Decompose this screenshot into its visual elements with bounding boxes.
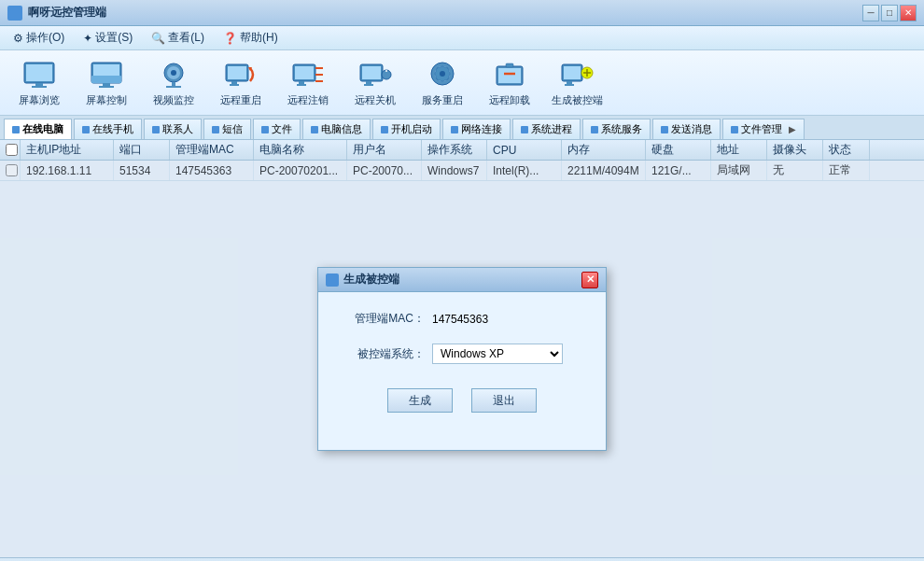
toolbar-remote-shutdown[interactable]: 远程关机 — [343, 55, 407, 111]
settings-icon: ✦ — [83, 32, 92, 45]
tab-network[interactable]: 网络连接 — [442, 119, 511, 139]
col-mac: 管理端MAC — [170, 140, 254, 160]
tab-dot — [212, 126, 219, 133]
tab-dot — [12, 126, 20, 133]
tab-dot — [451, 126, 458, 133]
svg-rect-13 — [166, 86, 181, 88]
screen-browse-label: 屏幕浏览 — [19, 93, 60, 107]
video-icon — [157, 59, 190, 91]
svg-rect-3 — [32, 86, 47, 88]
mac-value: 147545363 — [432, 313, 488, 326]
mac-label: 管理端MAC： — [341, 311, 425, 327]
tab-dot — [152, 126, 160, 133]
screen-control-label: 屏幕控制 — [86, 93, 127, 107]
column-headers: 主机IP地址 端口 管理端MAC 电脑名称 用户名 操作系统 CPU 内存 硬盘… — [0, 140, 924, 161]
tab-startup[interactable]: 开机启动 — [372, 119, 441, 139]
tab-arrow: ▶ — [789, 124, 796, 134]
svg-rect-12 — [172, 82, 175, 86]
window-controls: ─ □ ✕ — [862, 5, 917, 21]
svg-point-11 — [171, 70, 176, 76]
system-row: 被控端系统： Windows XP Windows Vista Windows … — [341, 344, 583, 364]
exit-button[interactable]: 退出 — [471, 388, 537, 413]
toolbar-remote-restart[interactable]: 远程重启 — [209, 55, 273, 111]
col-user: 用户名 — [347, 140, 422, 160]
tab-processes[interactable]: 系统进程 — [512, 119, 581, 139]
select-all-checkbox[interactable] — [6, 144, 18, 156]
svg-rect-28 — [366, 81, 371, 84]
view-icon: 🔍 — [151, 32, 165, 45]
menu-settings[interactable]: ✦ 设置(S) — [74, 28, 142, 49]
tab-contacts[interactable]: 联系人 — [144, 119, 202, 139]
modal-close-button[interactable]: ✕ — [581, 272, 598, 288]
tab-online-phone[interactable]: 在线手机 — [74, 119, 142, 139]
menu-help[interactable]: ❓ 帮助(H) — [214, 28, 287, 49]
toolbar-video[interactable]: 视频监控 — [142, 55, 205, 111]
modal-title-bar: 生成被控端 ✕ — [318, 268, 606, 292]
svg-rect-15 — [228, 66, 246, 79]
close-button[interactable]: ✕ — [900, 5, 917, 21]
maximize-button[interactable]: □ — [881, 5, 898, 21]
toolbar-screen-browse[interactable]: 屏幕浏览 — [7, 55, 71, 111]
tab-dot — [381, 126, 388, 133]
svg-point-34 — [440, 71, 445, 77]
col-check — [0, 140, 21, 160]
service-restart-label: 服务重启 — [422, 93, 463, 107]
tab-dot — [82, 126, 90, 133]
title-bar: 啊呀远控管理端 ─ □ ✕ — [0, 0, 924, 26]
tab-online-pc[interactable]: 在线电脑 — [4, 119, 72, 139]
generate-button[interactable]: 生成 — [387, 388, 453, 413]
tab-dot — [521, 126, 528, 133]
tab-files[interactable]: 文件 — [253, 119, 301, 139]
remote-logout-label: 远程注销 — [287, 93, 329, 107]
generate-client-icon — [560, 59, 594, 91]
video-label: 视频监控 — [153, 93, 194, 107]
svg-rect-40 — [564, 66, 581, 79]
modal-title-left: 生成被控端 — [326, 272, 399, 288]
toolbar-screen-control[interactable]: 屏幕控制 — [75, 55, 138, 111]
svg-rect-29 — [364, 84, 373, 86]
svg-rect-21 — [299, 81, 304, 84]
col-cpu: CPU — [487, 140, 562, 160]
svg-rect-7 — [103, 83, 110, 86]
modal-body: 管理端MAC： 147545363 被控端系统： Windows XP Wind… — [318, 292, 606, 450]
tab-file-manager[interactable]: 文件管理 ▶ — [722, 119, 805, 139]
tab-send-message[interactable]: 发送消息 — [652, 119, 721, 139]
app-icon — [7, 6, 22, 21]
svg-rect-16 — [231, 81, 237, 84]
toolbar-remote-uninstall[interactable]: 远程卸载 — [478, 55, 541, 111]
col-addr: 地址 — [711, 140, 767, 160]
app-title: 啊呀远控管理端 — [28, 5, 106, 21]
svg-rect-42 — [565, 84, 574, 86]
svg-rect-20 — [295, 66, 314, 79]
toolbar-generate-client[interactable]: 生成被控端 — [545, 55, 609, 111]
toolbar: 屏幕浏览 屏幕控制 视频监控 — [0, 50, 924, 116]
content-area: 192.168.1.11 51534 147545363 PC-20070201… — [0, 161, 924, 557]
operation-icon: ⚙ — [13, 32, 23, 45]
screen-browse-icon — [22, 59, 56, 91]
col-cam: 摄像头 — [767, 140, 823, 160]
svg-rect-22 — [297, 84, 306, 86]
svg-rect-27 — [362, 66, 381, 79]
menu-operation[interactable]: ⚙ 操作(O) — [4, 28, 74, 49]
svg-rect-1 — [26, 64, 52, 81]
remote-shutdown-icon — [358, 59, 392, 91]
system-select[interactable]: Windows XP Windows Vista Windows 7 Windo… — [432, 344, 563, 364]
system-label: 被控端系统： — [341, 346, 425, 362]
tab-sms[interactable]: 短信 — [203, 119, 251, 139]
menu-bar: ⚙ 操作(O) ✦ 设置(S) 🔍 查看(L) ❓ 帮助(H) — [0, 26, 924, 50]
col-name: 电脑名称 — [254, 140, 347, 160]
menu-view[interactable]: 🔍 查看(L) — [142, 28, 214, 49]
tab-services[interactable]: 系统服务 — [582, 119, 651, 139]
modal-icon — [326, 273, 339, 287]
col-status: 状态 — [823, 140, 870, 160]
toolbar-service-restart[interactable]: 服务重启 — [411, 55, 474, 111]
minimize-button[interactable]: ─ — [862, 5, 879, 21]
toolbar-remote-logout[interactable]: 远程注销 — [276, 55, 340, 111]
title-bar-left: 啊呀远控管理端 — [7, 5, 106, 21]
tab-pc-info[interactable]: 电脑信息 — [302, 119, 371, 139]
tab-bar: 在线电脑 在线手机 联系人 短信 文件 电脑信息 开机启动 网络连接 系统进程 … — [0, 116, 924, 140]
remote-restart-icon — [224, 59, 258, 91]
service-restart-icon — [426, 59, 459, 91]
col-os: 操作系统 — [422, 140, 487, 160]
tab-dot — [261, 126, 269, 133]
